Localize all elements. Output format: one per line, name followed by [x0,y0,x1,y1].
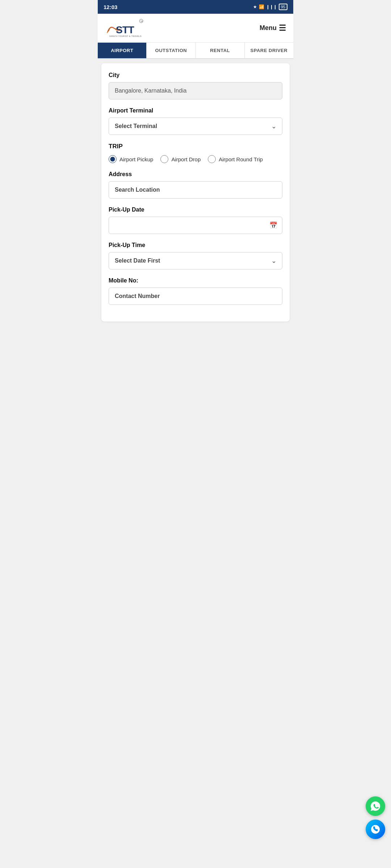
tab-outstation[interactable]: OUTSTATION [147,43,196,58]
pickup-date-field-group: Pick-Up Date 📅 [109,207,282,234]
terminal-select-wrapper: Select Terminal ⌄ [109,118,282,135]
mobile-field-group: Mobile No: Contact Number [109,277,282,305]
radio-round-input[interactable] [208,155,216,163]
svg-text:TM: TM [140,21,143,22]
trip-radio-group: Airport Pickup Airport Drop Airport Roun… [109,155,282,163]
terminal-field-group: Airport Terminal Select Terminal ⌄ [109,107,282,135]
address-field-group: Address Search Location [109,171,282,199]
address-label: Address [109,171,282,178]
logo-area: TM STT SANVVI TOURIST & TRAVELS [105,18,152,38]
mobile-input[interactable]: Contact Number [109,288,282,305]
trip-label: TRIP [109,143,282,150]
pickup-date-wrapper: 📅 [109,217,282,234]
terminal-select[interactable]: Select Terminal [109,118,282,135]
radio-round-label: Airport Round Trip [219,156,263,162]
status-icons: ★ 📶 ❙❙❙ 95 [253,4,287,10]
menu-label: Menu [260,24,277,32]
svg-text:SANVVI TOURIST & TRAVELS: SANVVI TOURIST & TRAVELS [109,35,142,37]
radio-airport-pickup[interactable]: Airport Pickup [109,155,153,163]
signal-icon: ❙❙❙ [266,4,277,9]
calendar-icon: 📅 [269,221,277,229]
terminal-label: Airport Terminal [109,107,282,114]
pickup-time-label: Pick-Up Time [109,242,282,248]
form-card: City Airport Terminal Select Terminal ⌄ … [101,63,290,322]
pickup-date-label: Pick-Up Date [109,207,282,213]
radio-pickup-label: Airport Pickup [119,156,153,162]
pickup-time-field-group: Pick-Up Time Select Date First ⌄ [109,242,282,269]
header: TM STT SANVVI TOURIST & TRAVELS Menu ☰ [98,14,293,43]
logo: TM STT SANVVI TOURIST & TRAVELS [105,18,152,38]
mobile-label: Mobile No: [109,277,282,284]
tab-airport[interactable]: AIRPORT [98,43,147,58]
tab-rental[interactable]: RENTAL [196,43,245,58]
nav-tabs: AIRPORT OUTSTATION RENTAL SPARE DRIVER [98,43,293,59]
city-label: City [109,72,282,78]
pickup-time-select[interactable]: Select Date First [109,252,282,269]
pickup-time-select-wrapper: Select Date First ⌄ [109,252,282,269]
radio-drop-input[interactable] [160,155,168,163]
status-time: 12:03 [104,4,117,10]
tab-spare-driver[interactable]: SPARE DRIVER [245,43,293,58]
bluetooth-icon: ★ [253,4,257,9]
radio-airport-drop[interactable]: Airport Drop [160,155,201,163]
battery-icon: 95 [279,4,287,10]
svg-text:STT: STT [116,24,134,35]
trip-field-group: TRIP Airport Pickup Airport Drop Airport… [109,143,282,163]
radio-airport-round[interactable]: Airport Round Trip [208,155,263,163]
menu-button[interactable]: Menu ☰ [260,24,286,33]
hamburger-icon: ☰ [279,24,286,33]
address-input[interactable]: Search Location [109,181,282,199]
radio-drop-label: Airport Drop [171,156,201,162]
wifi-icon: 📶 [259,4,264,9]
city-field-group: City [109,72,282,99]
radio-pickup-input[interactable] [109,155,117,163]
pickup-date-input[interactable] [109,217,282,234]
status-bar: 12:03 ★ 📶 ❙❙❙ 95 [98,0,293,14]
city-input[interactable] [109,82,282,99]
